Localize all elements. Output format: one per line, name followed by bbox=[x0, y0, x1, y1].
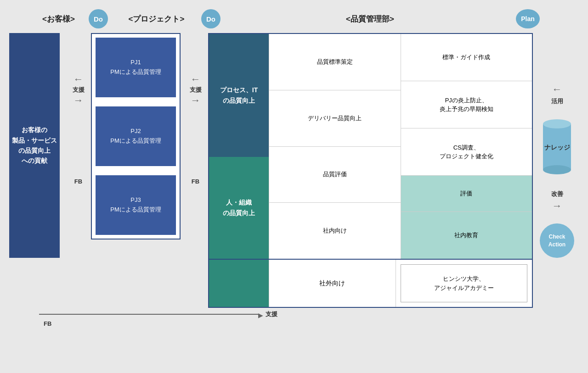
shien-label-2: 支援 bbox=[190, 86, 202, 94]
qm-bottom-center-text: 社外向け bbox=[319, 279, 345, 288]
arrows-col-1: ← 支援 → FB bbox=[66, 33, 91, 186]
shien-label-bottom: 支援 bbox=[266, 310, 277, 318]
shien-label-1: 支援 bbox=[73, 86, 85, 94]
kaizen-label: 改善 bbox=[551, 190, 563, 198]
arrows-col-2: ← 支援 → FB bbox=[183, 33, 208, 186]
knowledge-label: ナレッジ bbox=[544, 144, 570, 152]
qm-center-item-2: 品質評価 bbox=[269, 147, 401, 203]
qm-center-text-3: 社内向け bbox=[323, 227, 347, 235]
qm-process-box: プロセス、IT の品質向上 bbox=[209, 34, 269, 157]
qm-center-text-0: 品質標準策定 bbox=[317, 58, 353, 66]
qm-right-item-1: PJの炎上防止、 炎上予兆の早期検知 bbox=[401, 81, 532, 128]
check-action-text: Check Action bbox=[548, 233, 565, 249]
pj2-box: PJ2 PMによる品質管理 bbox=[96, 106, 176, 166]
check-action-circle: Check Action bbox=[540, 223, 574, 258]
customer-box: お客様の 製品・サービス の品質向上 への貢献 bbox=[9, 33, 60, 258]
pj3-box: PJ3 PMによる品質管理 bbox=[96, 175, 176, 235]
knowledge-column: ← 活用 ナレッジ 改善 bbox=[535, 33, 579, 258]
left-arrow-shien-2: ← bbox=[191, 74, 201, 84]
fb-label-bottom: FB bbox=[44, 320, 579, 327]
do-badge-2: Do bbox=[201, 9, 220, 28]
project-section: PJ1 PMによる品質管理 PJ2 PMによる品質管理 PJ3 PMによる品質管… bbox=[91, 33, 181, 239]
qm-center-text-1: デリバリー品質向上 bbox=[308, 114, 362, 122]
qm-people-box: 人・組織 の品質向上 bbox=[209, 157, 269, 259]
qm-right-text-2: CS調査、 プロジェクト健全化 bbox=[440, 143, 493, 161]
bottom-arrows-row: ▶ 支援 FB bbox=[9, 310, 579, 327]
pj1-text: PJ1 PMによる品質管理 bbox=[110, 58, 161, 77]
pj1-box: PJ1 PMによる品質管理 bbox=[96, 38, 176, 97]
qm-right-item-3: 評価 bbox=[401, 176, 532, 212]
qm-header-label: <品質管理部> bbox=[224, 14, 516, 24]
qm-process-text: プロセス、IT の品質向上 bbox=[220, 85, 258, 106]
qm-right-text-4: 社内教育 bbox=[454, 231, 478, 240]
qm-bottom-right-text: ヒンシツ大学、 アジャイルアカデミー bbox=[434, 274, 494, 292]
fb-label-2: FB bbox=[192, 178, 199, 185]
right-arrow-kaizen: → bbox=[552, 200, 562, 212]
pj2-text: PJ2 PMによる品質管理 bbox=[110, 127, 161, 146]
plan-badge: Plan bbox=[516, 9, 540, 28]
svg-point-2 bbox=[543, 119, 571, 128]
qm-center-item-0: 品質標準策定 bbox=[269, 34, 401, 90]
qm-right-text-3: 評価 bbox=[460, 189, 472, 198]
svg-point-1 bbox=[543, 165, 571, 174]
customer-header-label: <お客様> bbox=[32, 14, 85, 24]
customer-section: お客様の 製品・サービス の品質向上 への貢献 bbox=[9, 33, 62, 258]
qm-center-text-2: 品質評価 bbox=[323, 170, 347, 178]
qm-right-text-1: PJの炎上防止、 炎上予兆の早期検知 bbox=[440, 96, 493, 114]
fb-label-1: FB bbox=[74, 178, 82, 185]
qm-right-text-0: 標準・ガイド作成 bbox=[442, 53, 490, 62]
qm-center-item-3: 社内向け bbox=[269, 203, 401, 259]
right-arrow-shien-2: → bbox=[191, 95, 201, 106]
qm-people-text: 人・組織 の品質向上 bbox=[223, 197, 255, 218]
right-arrow-shien: → bbox=[74, 95, 84, 106]
do-badge-1: Do bbox=[89, 9, 108, 28]
qm-center-item-1: デリバリー品質向上 bbox=[269, 90, 401, 147]
qm-right-item-4: 社内教育 bbox=[401, 212, 532, 259]
knowledge-cylinder: ナレッジ bbox=[542, 117, 572, 178]
project-header-label: <プロジェクト> bbox=[112, 14, 201, 24]
qm-right-item-0: 標準・ガイド作成 bbox=[401, 34, 532, 81]
qm-main-section: プロセス、IT の品質向上 人・組織 の品質向上 品質標準策定 デリバリー品質向… bbox=[208, 33, 533, 308]
qm-right-item-2: CS調査、 プロジェクト健全化 bbox=[401, 128, 532, 176]
katsuyou-label: 活用 bbox=[551, 97, 563, 106]
customer-text: お客様の 製品・サービス の品質向上 への貢献 bbox=[12, 125, 57, 166]
left-arrow-katsuyou: ← bbox=[552, 84, 562, 95]
left-arrow-shien: ← bbox=[74, 74, 84, 84]
pj3-text: PJ3 PMによる品質管理 bbox=[110, 195, 161, 215]
